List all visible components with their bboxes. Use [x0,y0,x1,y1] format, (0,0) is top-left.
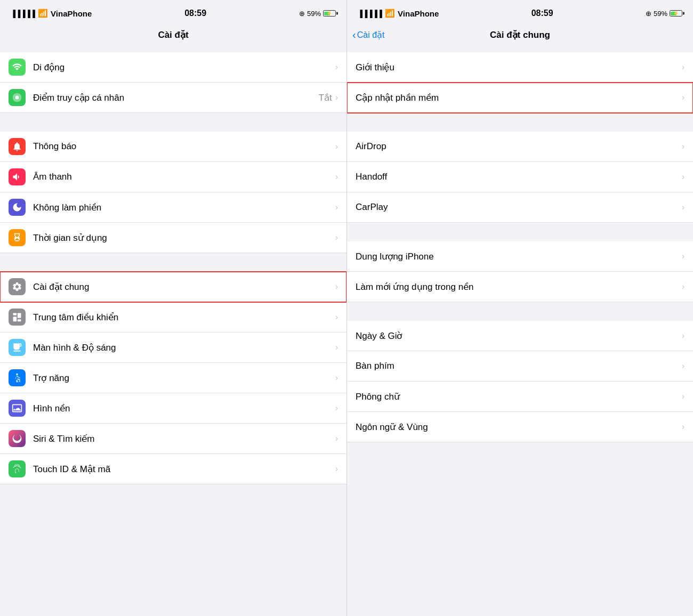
settings-list-left: Di động › Điểm truy cập cá nhân Tắt › Th… [0,47,346,616]
icon-thoi-gian [9,229,26,246]
list-item-ngon-ngu[interactable]: Ngôn ngữ & Vùng › [347,412,693,442]
list-item-siri[interactable]: Siri & Tìm kiếm › [0,424,346,454]
back-chevron-icon: ‹ [352,29,356,40]
icon-di-dong [9,59,26,76]
label-cap-nhat: Cập nhật phần mềm [356,92,682,103]
list-item-dung-luong[interactable]: Dung lượng iPhone › [347,241,693,272]
label-carplay: CarPlay [356,202,682,213]
icon-siri [9,430,26,447]
chevron-gioi-thieu: › [682,62,684,72]
list-item-man-hinh[interactable]: Màn hình & Độ sáng › [0,333,346,363]
section-divider-r3 [347,223,693,241]
list-item-airdrop[interactable]: AirDrop › [347,132,693,162]
icon-trung-tam [9,309,26,326]
chevron-khong-lam-phien: › [335,202,338,212]
status-bar-right: ▐▐▐▐▐ 📶 VinaPhone 08:59 ⊕ 59% ⚡ [347,0,693,23]
label-cai-dat-chung: Cài đặt chung [33,281,335,293]
label-phong-chu: Phông chữ [356,391,682,402]
location-icon-right: ⊕ [646,10,651,18]
label-diem-truy-cap: Điểm truy cập cá nhân [33,92,319,103]
chevron-tro-nang: › [335,373,338,383]
list-item-cap-nhat[interactable]: Cập nhật phần mềm › [347,83,693,113]
list-item-cai-dat-chung[interactable]: Cài đặt chung › [0,272,346,302]
list-item-am-thanh[interactable]: Âm thanh › [0,162,346,192]
section-divider-r2 [347,113,693,132]
subtext-diem-truy-cap: Tắt [319,92,332,103]
wifi-icon-right: 📶 [385,9,395,18]
icon-touch-id [9,460,26,477]
icon-cai-dat-chung [9,278,26,295]
chevron-dung-luong: › [682,252,684,261]
nav-header-left: Cài đặt [0,23,346,47]
page-title-right: Cài đặt chung [490,29,550,40]
list-item-thong-bao[interactable]: Thông báo › [0,132,346,162]
chevron-am-thanh: › [335,172,338,182]
svg-point-5 [16,374,18,375]
signal-icon-right: ▐▐▐▐▐ [358,10,382,18]
chevron-ban-phim: › [682,361,684,371]
chevron-cap-nhat: › [682,93,684,102]
list-item-carplay[interactable]: CarPlay › [347,192,693,223]
time-right: 08:59 [531,9,553,18]
label-am-thanh: Âm thanh [33,172,335,182]
svg-rect-3 [13,317,17,321]
chevron-siri: › [335,434,338,443]
battery-left: ⊕ 59% ⚡ [299,10,336,18]
list-item-trung-tam[interactable]: Trung tâm điều khiển › [0,302,346,333]
bottom-gap [0,484,346,503]
label-man-hinh: Màn hình & Độ sáng [33,342,335,353]
list-item-touch-id[interactable]: Touch ID & Mật mã › [0,454,346,484]
page-title-left: Cài đặt [158,29,188,40]
list-item-thoi-gian[interactable]: Thời gian sử dụng › [0,223,346,253]
label-thong-bao: Thông báo [33,141,335,152]
chevron-cai-dat-chung: › [335,282,338,291]
list-item-lam-moi[interactable]: Làm mới ứng dụng trong nền › [347,272,693,302]
chevron-airdrop: › [682,142,684,151]
label-gioi-thieu: Giới thiệu [356,62,682,73]
list-item-handoff[interactable]: Handoff › [347,162,693,192]
chevron-carplay: › [682,202,684,212]
battery-icon-right: ⚡ [670,10,682,17]
list-item-ban-phim[interactable]: Bàn phím › [347,351,693,382]
icon-am-thanh [9,168,26,185]
section-divider-3 [0,253,346,272]
section-gap-1 [0,47,346,52]
icon-hinh-nen [9,400,26,417]
list-item-tro-nang[interactable]: Trợ năng › [0,363,346,393]
section-gap-r1 [347,47,693,52]
carrier-right: ▐▐▐▐▐ 📶 VinaPhone [358,9,439,18]
list-item-diem-truy-cap[interactable]: Điểm truy cập cá nhân Tắt › [0,83,346,113]
svg-rect-1 [13,313,17,315]
label-ban-phim: Bàn phím [356,361,682,371]
chevron-ngay-gio: › [682,331,684,341]
time-left: 08:59 [184,9,206,18]
label-thoi-gian: Thời gian sử dụng [33,232,335,244]
back-label: Cài đặt [357,30,385,40]
icon-thong-bao [9,138,26,155]
section-divider-2 [0,113,346,132]
wifi-icon-left: 📶 [38,9,48,18]
list-item-phong-chu[interactable]: Phông chữ › [347,382,693,412]
label-di-dong: Di động [33,62,335,73]
carrier-left: ▐▐▐▐▐ 📶 VinaPhone [11,9,92,18]
label-dung-luong: Dung lượng iPhone [356,251,682,262]
label-tro-nang: Trợ năng [33,372,335,384]
icon-tro-nang [9,369,26,386]
list-item-ngay-gio[interactable]: Ngày & Giờ › [347,321,693,351]
icon-man-hinh [9,339,26,356]
signal-icon-left: ▐▐▐▐▐ [11,10,35,18]
back-button[interactable]: ‹ Cài đặt [352,29,384,40]
list-item-khong-lam-phien[interactable]: Không làm phiền › [0,192,346,223]
list-item-gioi-thieu[interactable]: Giới thiệu › [347,52,693,83]
chevron-touch-id: › [335,464,338,474]
battery-right: ⊕ 59% ⚡ [646,10,682,18]
left-panel: ▐▐▐▐▐ 📶 VinaPhone 08:59 ⊕ 59% ⚡ Cài đặt … [0,0,346,616]
icon-diem-truy-cap [9,89,26,106]
list-item-hinh-nen[interactable]: Hình nền › [0,393,346,424]
settings-list-right: Giới thiệu › Cập nhật phần mềm › AirDrop… [347,47,693,616]
chevron-diem-truy-cap: › [335,93,338,102]
svg-rect-4 [18,319,21,321]
chevron-trung-tam: › [335,312,338,322]
label-lam-moi: Làm mới ứng dụng trong nền [356,281,682,293]
list-item-di-dong[interactable]: Di động › [0,52,346,83]
